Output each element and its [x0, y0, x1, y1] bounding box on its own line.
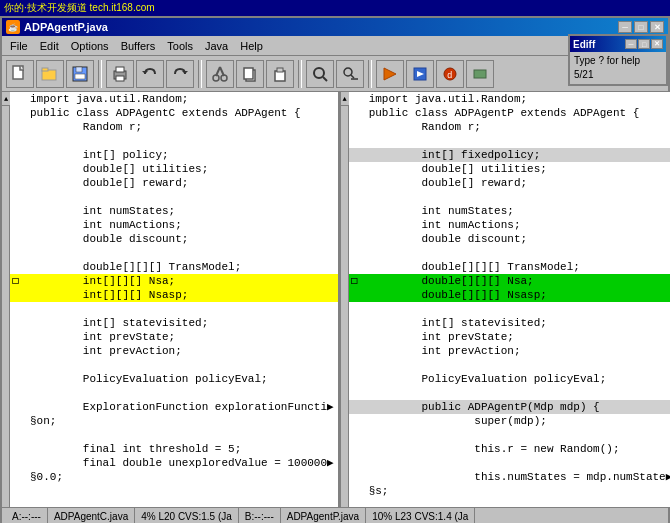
right-filename: ADPAgentP.java — [287, 511, 359, 522]
right-line-11 — [349, 246, 670, 260]
left-scroll-up[interactable]: ▲ — [2, 92, 10, 106]
close-button[interactable]: ✕ — [650, 21, 664, 33]
right-line-22: public ADPAgentP(Mdp mdp) { — [349, 400, 670, 414]
copy-button[interactable] — [236, 60, 264, 88]
left-line-21 — [10, 386, 338, 400]
ediff-close-button[interactable]: ✕ — [651, 39, 663, 49]
right-line-14: double[][][] Nsasp; — [349, 288, 670, 302]
menu-edit[interactable]: Edit — [34, 38, 65, 54]
status-bar: A: --:--- ADPAgentC.java 4% L20 CVS:1.5 … — [2, 507, 668, 523]
toolbar-separator-1 — [98, 60, 102, 88]
minimize-button[interactable]: ─ — [618, 21, 632, 33]
undo-button[interactable] — [136, 60, 164, 88]
paste-button[interactable] — [266, 60, 294, 88]
main-window: Ediff ─ □ ✕ Type ? for help 5/21 ☕ ADPAg… — [0, 16, 670, 523]
left-scroll-area: import java.util.Random; public class AD… — [10, 92, 338, 507]
debug-button[interactable]: d — [436, 60, 464, 88]
left-extra: (Ja — [218, 511, 232, 522]
left-line-13: ◻ int[][][] Nsa; — [10, 274, 338, 288]
left-percent: 4% — [141, 511, 155, 522]
open-file-button[interactable] — [36, 60, 64, 88]
left-line-2: Random r; — [10, 120, 338, 134]
svg-point-21 — [344, 68, 352, 76]
right-gutter: ▲ — [341, 92, 349, 507]
left-line-4: int[] policy; — [10, 148, 338, 162]
svg-marker-24 — [384, 68, 396, 80]
right-line-12: double[][][] TransModel; — [349, 260, 670, 274]
right-line-10: double discount; — [349, 232, 670, 246]
ediff-window-controls: ─ □ ✕ — [625, 39, 663, 49]
maximize-button[interactable]: □ — [634, 21, 648, 33]
svg-line-20 — [323, 77, 327, 81]
ediff-maximize-button[interactable]: □ — [638, 39, 650, 49]
ediff-counter: 5/21 — [574, 68, 662, 82]
right-percent: 10% — [372, 511, 392, 522]
right-line-9: int numActions; — [349, 218, 670, 232]
left-line-14: int[][][] Nsasp; — [10, 288, 338, 302]
search-button[interactable] — [306, 60, 334, 88]
left-line-15 — [10, 302, 338, 316]
menu-tools[interactable]: Tools — [161, 38, 199, 54]
right-cvs: CVS:1.4 — [414, 511, 451, 522]
search-replace-button[interactable] — [336, 60, 364, 88]
run-button[interactable] — [406, 60, 434, 88]
svg-rect-4 — [76, 67, 82, 72]
ediff-content: Type ? for help 5/21 — [570, 52, 666, 84]
right-line-1: public class ADPAgentP extends ADPAgent … — [349, 106, 670, 120]
right-scroll-up[interactable]: ▲ — [341, 92, 349, 106]
right-line-24 — [349, 428, 670, 442]
toolbar-separator-2 — [198, 60, 202, 88]
svg-rect-18 — [277, 68, 283, 72]
extra-button[interactable] — [466, 60, 494, 88]
svg-rect-29 — [474, 70, 486, 78]
print-button[interactable] — [106, 60, 134, 88]
left-line-7 — [10, 190, 338, 204]
left-line-8: int numStates; — [10, 204, 338, 218]
right-mode-label: B: — [245, 511, 254, 522]
status-right-filename: ADPAgentP.java — [281, 508, 366, 523]
svg-line-13 — [216, 67, 220, 76]
menu-buffers[interactable]: Buffers — [115, 38, 162, 54]
ediff-window: Ediff ─ □ ✕ Type ? for help 5/21 — [568, 34, 668, 86]
left-line-1: public class ADPAgentC extends ADPAgent … — [10, 106, 338, 120]
window-controls: ─ □ ✕ — [618, 21, 664, 33]
left-code-pane[interactable]: import java.util.Random; public class AD… — [10, 92, 338, 507]
right-line-import: import java.util.Random; — [349, 92, 670, 106]
right-line-2: Random r; — [349, 120, 670, 134]
right-line-21 — [349, 386, 670, 400]
svg-line-14 — [220, 67, 224, 76]
menu-options[interactable]: Options — [65, 38, 115, 54]
editor-area: ▲ import java.util.Random; public class … — [2, 92, 668, 507]
left-line-9: int numActions; — [10, 218, 338, 232]
left-line-25: final int threshold = 5; — [10, 442, 338, 456]
right-line-20: PolicyEvaluation policyEval; — [349, 372, 670, 386]
status-left-mode: A: --:--- — [6, 508, 48, 523]
right-code-pane[interactable]: import java.util.Random; public class AD… — [349, 92, 670, 507]
ediff-minimize-button[interactable]: ─ — [625, 39, 637, 49]
left-filename: ADPAgentC.java — [54, 511, 128, 522]
menu-file[interactable]: File — [4, 38, 34, 54]
save-button[interactable] — [66, 60, 94, 88]
left-line-6: double[] reward; — [10, 176, 338, 190]
left-line-19 — [10, 358, 338, 372]
svg-line-22 — [351, 75, 354, 78]
right-extra: (Ja — [454, 511, 468, 522]
svg-point-19 — [314, 68, 324, 78]
left-pos-label: --:--- — [21, 511, 40, 522]
left-line-18: int prevAction; — [10, 344, 338, 358]
status-left-percent: 4% L20 CVS:1.5 (Ja — [135, 508, 239, 523]
svg-text:d: d — [447, 71, 452, 81]
new-file-button[interactable] — [6, 60, 34, 88]
redo-button[interactable] — [166, 60, 194, 88]
window-title: ADPAgentP.java — [24, 21, 108, 33]
right-line-27: this.numStates = mdp.numState▶ — [349, 470, 670, 484]
cut-button[interactable] — [206, 60, 234, 88]
menu-java[interactable]: Java — [199, 38, 234, 54]
left-line-11 — [10, 246, 338, 260]
status-right-percent: 10% L23 CVS:1.4 (Ja — [366, 508, 475, 523]
compile-button[interactable] — [376, 60, 404, 88]
left-line-17: int prevState; — [10, 330, 338, 344]
menu-help[interactable]: Help — [234, 38, 269, 54]
right-line-8: int numStates; — [349, 204, 670, 218]
left-line-24 — [10, 428, 338, 442]
